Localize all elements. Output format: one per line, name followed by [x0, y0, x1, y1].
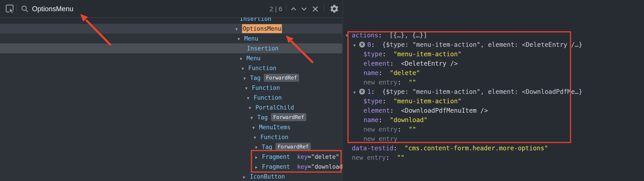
- prop-row-name[interactable]: name: "delete": [0, 68, 364, 78]
- prop-row-item-1[interactable]: ▾×1: {$type: "menu-item-action", element…: [0, 87, 353, 96]
- expander-icon[interactable]: ▾: [353, 88, 359, 97]
- key-attr-eq: =: [308, 163, 311, 170]
- prop-preview: {$type: "menu-item-action", element: <De…: [382, 41, 582, 48]
- prop-row-name[interactable]: name: "download": [0, 115, 364, 125]
- component-name: IconButton: [250, 173, 285, 180]
- inspect-element-icon[interactable]: [4, 3, 16, 14]
- colon: :: [398, 79, 401, 86]
- unserializable-icon: ×: [359, 89, 365, 94]
- close-icon[interactable]: [311, 5, 320, 13]
- search-icon: [20, 5, 29, 13]
- prop-key: new entry: [352, 154, 386, 161]
- colon: :: [386, 154, 390, 161]
- prop-value: "delete": [390, 69, 420, 76]
- tree-row-iconbutton[interactable]: ▸IconButton: [0, 172, 342, 181]
- prop-key: element: [364, 60, 390, 67]
- expander-icon[interactable]: ▾: [353, 40, 359, 50]
- search-results-counter: 2 | 6: [258, 0, 282, 18]
- colon: :: [371, 41, 375, 48]
- prop-key: 0: [367, 41, 371, 48]
- prop-key: new entry: [364, 126, 398, 133]
- colon: :: [390, 60, 394, 67]
- expander-icon[interactable]: ▸: [255, 162, 262, 172]
- colon: :: [382, 98, 386, 105]
- unserializable-icon: ×: [359, 42, 365, 48]
- key-attr-value: "download": [311, 163, 346, 170]
- chevron-down-icon[interactable]: [300, 5, 308, 13]
- tree-toolbar: OptionsMenu 2 | 6: [0, 0, 342, 18]
- prop-value: "menu-item-action": [394, 98, 462, 105]
- prop-key: data-testid: [352, 144, 393, 152]
- colon: :: [382, 50, 386, 58]
- search-input[interactable]: OptionsMenu: [32, 0, 73, 18]
- colon: :: [390, 107, 394, 114]
- prop-value: [{…}, {…}]: [390, 32, 427, 39]
- prop-key: new entry: [364, 135, 398, 142]
- toolbar-divider: [286, 4, 286, 12]
- prop-key: $type: [364, 50, 382, 58]
- prop-key: new entry: [364, 79, 398, 86]
- component-name: Fragment: [262, 163, 290, 170]
- prop-key: element: [364, 107, 390, 114]
- prop-value: <DownloadPdfMenuItem />: [401, 107, 488, 114]
- prop-value: "download": [390, 116, 428, 124]
- prop-key: actions: [352, 32, 378, 39]
- prop-row-element[interactable]: element: <DownloadPdfMenuItem />: [0, 106, 364, 115]
- prop-value: "cms.content-form.header.more-options": [404, 144, 548, 152]
- colon: :: [378, 116, 382, 124]
- prop-row-type[interactable]: $type: "menu-item-action": [0, 50, 364, 59]
- colon: :: [378, 32, 382, 39]
- prop-preview: {$type: "menu-item-action", element: <Do…: [382, 88, 582, 96]
- prop-value[interactable]: "": [408, 126, 416, 133]
- toolbar-divider: [324, 4, 324, 12]
- prop-row-new-entry[interactable]: new entry: [0, 134, 364, 144]
- prop-row-actions[interactable]: ▾ actions: [{…}, {…}]: [0, 31, 352, 40]
- prop-row-item-0[interactable]: ▾×0: {$type: "menu-item-action", element…: [0, 40, 353, 50]
- colon: :: [371, 88, 375, 96]
- prop-row-new-entry[interactable]: new entry: "": [0, 78, 364, 87]
- toolbar-divider: [16, 4, 17, 12]
- prop-value: "menu-item-action": [394, 50, 462, 58]
- colon: :: [378, 69, 382, 76]
- colon: :: [393, 144, 397, 152]
- prop-key: name: [364, 69, 378, 76]
- expander-icon[interactable]: ▾: [346, 31, 351, 40]
- gear-icon[interactable]: [330, 4, 339, 14]
- prop-row-element[interactable]: element: <DeleteEntry />: [0, 59, 364, 68]
- key-attr-name: key: [297, 163, 308, 170]
- prop-key: name: [364, 116, 378, 124]
- prop-row-new-entry[interactable]: new entry: "": [0, 153, 352, 162]
- tree-row-fragment-download[interactable]: ▸Fragment key="download": [0, 162, 342, 172]
- colon: :: [398, 126, 401, 133]
- prop-value[interactable]: "": [397, 154, 404, 161]
- react-devtools-window: Insertion ▾OptionsMenu ▾Menu Insertion ▾…: [0, 0, 644, 181]
- prop-key: 1: [367, 88, 371, 96]
- prop-row-data-testid[interactable]: data-testid: "cms.content-form.header.mo…: [0, 144, 352, 153]
- chevron-up-icon[interactable]: [289, 5, 298, 13]
- prop-key: $type: [364, 98, 382, 105]
- prop-value[interactable]: "": [408, 79, 416, 86]
- prop-row-new-entry[interactable]: new entry: "": [0, 125, 364, 134]
- expander-icon[interactable]: ▸: [243, 172, 250, 181]
- prop-row-type[interactable]: $type: "menu-item-action": [0, 96, 364, 106]
- prop-value: <DeleteEntry />: [401, 60, 458, 67]
